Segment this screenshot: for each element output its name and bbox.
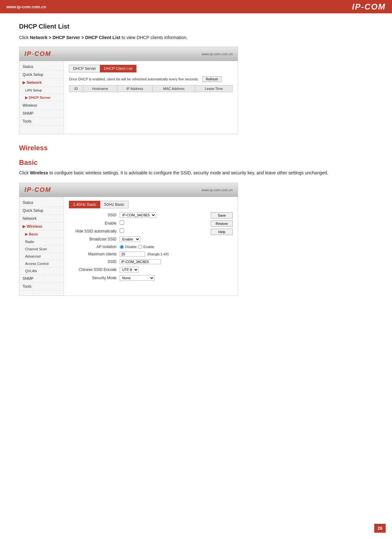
- col-macaddress: MAC Address: [153, 85, 195, 92]
- dhcp-info-text: Once DHCP is enabled, client list will b…: [69, 76, 233, 82]
- dhcp-panel-body: Status Quick Setup ▶Network LAN Setup ▶D…: [19, 61, 238, 134]
- top-bar: www.ip-com.com.cn IP-COM: [0, 0, 392, 13]
- tab-5ghz-basic[interactable]: 5GHz Basic: [100, 201, 128, 208]
- dhcp-intro-prefix: Click: [19, 35, 30, 40]
- dhcp-sidebar: Status Quick Setup ▶Network LAN Setup ▶D…: [19, 61, 64, 134]
- wireless-router-panel: IP-COM www.ip-com.com.cn Status Quick Se…: [19, 183, 238, 296]
- wsidebar-item-wireless[interactable]: ▶Wireless: [19, 223, 63, 231]
- tab-dhcp-client-list[interactable]: DHCP Client List: [100, 65, 136, 72]
- ap-isolation-enable-label: Enable: [143, 245, 154, 249]
- sidebar-item-network[interactable]: ▶Network: [19, 79, 63, 87]
- ssid-select[interactable]: IP-COM_3AC6E5: [120, 212, 156, 218]
- wsidebar-item-snmp[interactable]: SNMP: [19, 275, 63, 283]
- max-clients-input[interactable]: [120, 252, 145, 257]
- value-ssid-display: [120, 259, 208, 264]
- label-chinese-ssid: Chinese SSID Encode: [69, 267, 120, 272]
- form-row-max-clients: Maximum clients (Rangle:1-64): [69, 252, 208, 257]
- sidebar-item-dhcpserver[interactable]: ▶DHCP Server: [19, 94, 63, 102]
- dhcp-section-title: DHCP Client List: [19, 23, 373, 30]
- label-hide-ssid: Hide SSID automatically: [69, 229, 120, 233]
- wireless-panel-body: Status Quick Setup Network ▶Wireless ▶Ba…: [19, 197, 238, 295]
- refresh-button[interactable]: Refresh: [203, 76, 222, 82]
- value-ap-isolation: Disable Enable: [120, 245, 208, 249]
- value-hide-ssid: [120, 228, 208, 234]
- label-ap-isolation: AP isolation: [69, 245, 120, 249]
- wireless-sidebar: Status Quick Setup Network ▶Wireless ▶Ba…: [19, 197, 64, 295]
- form-row-enable: Enable: [69, 220, 208, 226]
- hide-ssid-checkbox[interactable]: [120, 228, 124, 233]
- chinese-ssid-select[interactable]: UTF-8: [120, 267, 139, 273]
- action-buttons: Save Restore Help: [211, 212, 233, 283]
- form-row-broadcast-ssid: Broadcast SSID Enable Disable: [69, 236, 208, 242]
- page-number-badge: 26: [374, 524, 386, 533]
- wsidebar-item-radio[interactable]: Radio: [19, 238, 63, 246]
- top-bar-logo: IP-COM: [352, 2, 386, 12]
- value-max-clients: (Rangle:1-64): [120, 252, 208, 257]
- value-broadcast-ssid: Enable Disable: [120, 236, 208, 242]
- wsidebar-item-quicksetup[interactable]: Quick Setup: [19, 207, 63, 215]
- sidebar-item-snmp[interactable]: SNMP: [19, 110, 63, 118]
- dhcp-intro: Click Network > DHCP Server > DHCP Clien…: [19, 34, 373, 41]
- sidebar-item-quicksetup[interactable]: Quick Setup: [19, 71, 63, 79]
- dhcp-panel-logo: IP-COM: [24, 50, 51, 57]
- label-enable: Enable: [69, 221, 120, 226]
- wsidebar-item-basic[interactable]: ▶Basic: [19, 231, 63, 238]
- help-button[interactable]: Help: [211, 229, 233, 235]
- label-max-clients: Maximum clients: [69, 252, 120, 256]
- dhcp-intro-suffix: to view DHCP clients information.: [120, 35, 187, 40]
- basic-section-title: Basic: [19, 158, 373, 167]
- wireless-intro-suffix: to configure basic wireless settings. It…: [48, 170, 328, 175]
- tab-24ghz-basic[interactable]: 2.4GHz Basic: [69, 201, 100, 208]
- wireless-form-area: SSID IP-COM_3AC6E5 Enable: [69, 212, 233, 283]
- basic-section: Basic Click Wireless to configure basic …: [19, 158, 373, 296]
- wsidebar-item-accesscontrol[interactable]: Access Control: [19, 260, 63, 267]
- wsidebar-item-network[interactable]: Network: [19, 215, 63, 223]
- dhcp-panel-header: IP-COM www.ip-com.com.cn: [19, 47, 238, 61]
- wireless-panel-logo: IP-COM: [24, 186, 51, 193]
- value-chinese-ssid: UTF-8: [120, 267, 208, 273]
- client-table: ID Hostname IP Address MAC Address Lease…: [69, 85, 233, 92]
- sidebar-item-lansetup[interactable]: LAN Setup: [19, 87, 63, 94]
- value-enable: [120, 220, 208, 226]
- enable-checkbox[interactable]: [120, 220, 124, 225]
- max-clients-hint: (Rangle:1-64): [147, 252, 169, 256]
- form-row-ssid-display: SSID: [69, 259, 208, 264]
- dhcp-router-panel: IP-COM www.ip-com.com.cn Status Quick Se…: [19, 47, 238, 134]
- col-hostname: Hostname: [83, 85, 117, 92]
- ssid-display-input[interactable]: [120, 259, 161, 264]
- label-ssid: SSID: [69, 213, 120, 217]
- wsidebar-item-channelscan[interactable]: Channel Scan: [19, 246, 63, 253]
- wsidebar-item-advanced[interactable]: Advanced: [19, 253, 63, 260]
- dhcp-section: DHCP Client List Click Network > DHCP Se…: [19, 23, 373, 134]
- save-button[interactable]: Save: [211, 212, 233, 219]
- value-security-mode: None: [120, 275, 208, 281]
- col-id: ID: [69, 85, 83, 92]
- value-ssid: IP-COM_3AC6E5: [120, 212, 208, 218]
- wsidebar-item-tools[interactable]: Tools: [19, 283, 63, 291]
- label-broadcast-ssid: Broadcast SSID: [69, 237, 120, 241]
- form-row-chinese-ssid: Chinese SSID Encode UTF-8: [69, 267, 208, 273]
- form-row-ap-isolation: AP isolation Disable Enable: [69, 245, 208, 249]
- wireless-intro-bold: Wireless: [30, 170, 48, 175]
- ap-isolation-disable[interactable]: [120, 245, 124, 249]
- wireless-main: 2.4GHz Basic 5GHz Basic SSID: [64, 197, 238, 295]
- ap-isolation-enable[interactable]: [138, 245, 142, 249]
- dhcp-panel-url: www.ip-com.com.cn: [202, 52, 233, 56]
- wsidebar-item-qvlan[interactable]: QVLAN: [19, 267, 63, 275]
- wireless-form: SSID IP-COM_3AC6E5 Enable: [69, 212, 208, 283]
- label-security-mode: Security Mode: [69, 276, 120, 280]
- restore-button[interactable]: Restore: [211, 220, 233, 227]
- main-content: DHCP Client List Click Network > DHCP Se…: [0, 13, 392, 315]
- wireless-panel-url: www.ip-com.com.cn: [202, 188, 233, 192]
- sidebar-item-status[interactable]: Status: [19, 63, 63, 71]
- tab-dhcp-server[interactable]: DHCP Server: [69, 65, 100, 72]
- wireless-panel-header: IP-COM www.ip-com.com.cn: [19, 183, 238, 197]
- sidebar-item-tools[interactable]: Tools: [19, 118, 63, 125]
- dhcp-intro-link: Network > DHCP Server > DHCP Client List: [30, 35, 120, 40]
- security-mode-select[interactable]: None: [120, 275, 155, 281]
- wsidebar-item-status[interactable]: Status: [19, 199, 63, 207]
- broadcast-ssid-select[interactable]: Enable Disable: [120, 236, 140, 242]
- sidebar-item-wireless[interactable]: Wireless: [19, 102, 63, 110]
- col-ipaddress: IP Address: [117, 85, 153, 92]
- col-leasetime: Lease Time: [195, 85, 233, 92]
